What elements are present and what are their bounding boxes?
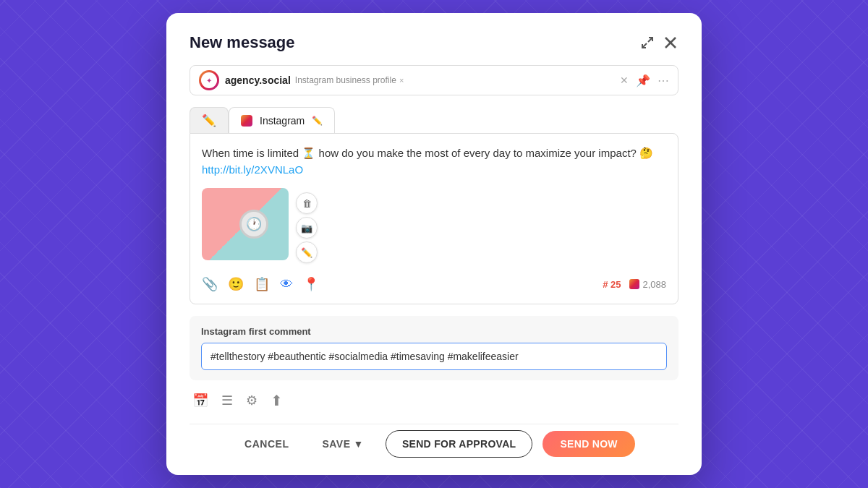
tab-edit[interactable]: ✏️ bbox=[190, 107, 229, 133]
image-delete-button[interactable]: 🗑 bbox=[296, 192, 318, 214]
notes-icon[interactable]: 📋 bbox=[254, 276, 270, 292]
modal-header: New message bbox=[190, 33, 678, 52]
image-container: 🕐 🗑 📷 ✏️ bbox=[202, 188, 289, 260]
profile-name: agency.social bbox=[225, 74, 291, 86]
profile-bar-actions: ✕ 📌 ⋯ bbox=[620, 74, 669, 87]
grid-icon[interactable]: ⋯ bbox=[658, 74, 669, 87]
image-edit-button[interactable]: ✏️ bbox=[296, 241, 318, 263]
location-icon[interactable]: 📍 bbox=[303, 276, 319, 292]
bottom-tools: 📅 ☰ ⚙ ⬆ bbox=[190, 392, 678, 409]
pin-icon[interactable]: 📌 bbox=[636, 74, 650, 87]
preview-icon[interactable]: 👁 bbox=[280, 277, 293, 292]
compose-stats: # 25 2,088 bbox=[603, 279, 666, 290]
save-label: SAVE bbox=[322, 438, 350, 450]
post-image: 🕐 bbox=[202, 188, 289, 260]
expand-button[interactable] bbox=[639, 35, 655, 51]
first-comment-section: Instagram first comment bbox=[190, 316, 678, 380]
emoji-icon[interactable]: 🙂 bbox=[228, 276, 244, 292]
clear-icon[interactable]: ✕ bbox=[620, 74, 629, 86]
instagram-tab-icon bbox=[241, 114, 255, 127]
first-comment-label: Instagram first comment bbox=[201, 326, 667, 337]
new-message-modal: New message ✦ bbox=[166, 13, 702, 475]
compose-area: When time is limited ⏳ how do you make t… bbox=[190, 133, 678, 304]
close-button[interactable] bbox=[663, 35, 678, 51]
modal-footer: CANCEL SAVE ▼ SEND FOR APPROVAL SEND NOW bbox=[190, 424, 678, 458]
profile-avatar: ✦ bbox=[199, 70, 219, 90]
upload-icon[interactable]: ⬆ bbox=[271, 392, 283, 409]
send-now-button[interactable]: SEND NOW bbox=[542, 431, 634, 457]
profile-bar: ✦ agency.social Instagram business profi… bbox=[190, 65, 678, 95]
hashtag-count: # 25 bbox=[603, 279, 621, 290]
ig-count: 2,088 bbox=[629, 279, 666, 290]
instagram-tab-edit[interactable]: ✏️ bbox=[312, 116, 323, 126]
schedule-icon[interactable]: 📅 bbox=[192, 393, 208, 408]
settings-icon[interactable]: ⚙ bbox=[246, 393, 258, 408]
image-camera-button[interactable]: 📷 bbox=[296, 217, 318, 239]
modal-title: New message bbox=[190, 33, 295, 52]
edit-tab-icon: ✏️ bbox=[202, 114, 216, 127]
compose-tabs: ✏️ Instagram ✏️ bbox=[190, 107, 678, 133]
avatar-inner: ✦ bbox=[201, 72, 217, 88]
save-arrow: ▼ bbox=[354, 438, 364, 450]
tab-instagram[interactable]: Instagram ✏️ bbox=[229, 107, 335, 133]
compose-text: When time is limited ⏳ how do you make t… bbox=[202, 145, 666, 178]
image-overlay-actions: 🗑 📷 ✏️ bbox=[296, 192, 318, 263]
profile-type: Instagram business profile bbox=[295, 75, 396, 85]
modal-header-actions bbox=[639, 35, 678, 51]
list-icon[interactable]: ☰ bbox=[221, 393, 233, 408]
compose-link[interactable]: http://bit.ly/2XVNLaO bbox=[202, 163, 303, 176]
clock-image: 🕐 bbox=[239, 210, 268, 239]
attachment-icon[interactable]: 📎 bbox=[202, 276, 218, 292]
ig-count-value: 2,088 bbox=[642, 279, 666, 290]
profile-remove-tag[interactable]: × bbox=[399, 76, 404, 85]
save-button[interactable]: SAVE ▼ bbox=[310, 431, 375, 457]
compose-toolbar: 📎 🙂 📋 👁 📍 # 25 2,088 bbox=[202, 276, 666, 292]
ig-count-icon bbox=[629, 279, 639, 289]
send-approval-button[interactable]: SEND FOR APPROVAL bbox=[386, 430, 533, 458]
instagram-tab-label: Instagram bbox=[260, 115, 305, 127]
cancel-button[interactable]: CANCEL bbox=[233, 431, 300, 457]
first-comment-input[interactable] bbox=[201, 343, 667, 370]
